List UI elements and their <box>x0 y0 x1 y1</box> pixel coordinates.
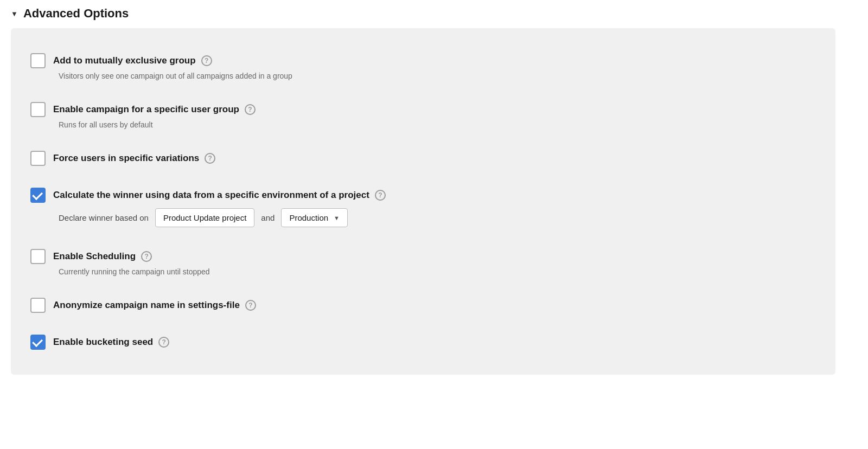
chevron-icon: ▼ <box>11 10 18 18</box>
section-title: Advanced Options <box>23 7 129 21</box>
option-row-mutually-exclusive: Add to mutually exclusive group?Visitors… <box>30 43 816 90</box>
option-label-text-mutually-exclusive: Add to mutually exclusive group <box>53 55 196 66</box>
inline-connector: and <box>261 213 275 222</box>
option-label-calculate-winner: Calculate the winner using data from a s… <box>53 190 386 201</box>
option-subtitle-mutually-exclusive: Visitors only see one campaign out of al… <box>59 72 816 80</box>
option-row-enable-scheduling: Enable Scheduling?Currently running the … <box>30 239 816 286</box>
option-row-anonymize-campaign: Anonymize campaign name in settings-file… <box>30 288 816 323</box>
checkbox-calculate-winner[interactable] <box>30 188 46 203</box>
help-icon-enable-bucketing[interactable]: ? <box>158 337 169 348</box>
option-label-force-variations: Force users in specific variations? <box>53 153 215 164</box>
help-icon-enable-scheduling[interactable]: ? <box>141 251 152 262</box>
checkbox-force-variations[interactable] <box>30 151 46 166</box>
option-label-mutually-exclusive: Add to mutually exclusive group? <box>53 55 212 66</box>
option-label-anonymize-campaign: Anonymize campaign name in settings-file… <box>53 300 256 311</box>
checkbox-enable-scheduling[interactable] <box>30 249 46 264</box>
option-label-text-force-variations: Force users in specific variations <box>53 153 199 164</box>
option-row-calculate-winner: Calculate the winner using data from a s… <box>30 178 816 237</box>
options-panel: Add to mutually exclusive group?Visitors… <box>11 28 835 375</box>
option-label-text-calculate-winner: Calculate the winner using data from a s… <box>53 190 369 201</box>
environment-dropdown[interactable]: Production▼ <box>281 208 348 227</box>
option-label-enable-scheduling: Enable Scheduling? <box>53 251 152 262</box>
checkbox-anonymize-campaign[interactable] <box>30 298 46 313</box>
advanced-options-header[interactable]: ▼ Advanced Options <box>11 7 835 21</box>
option-main-specific-user-group: Enable campaign for a specific user grou… <box>30 102 816 117</box>
option-label-text-enable-bucketing: Enable bucketing seed <box>53 337 153 348</box>
checkbox-specific-user-group[interactable] <box>30 102 46 117</box>
option-row-specific-user-group: Enable campaign for a specific user grou… <box>30 92 816 139</box>
project-badge: Product Update project <box>155 208 254 227</box>
option-subtitle-enable-scheduling: Currently running the campaign until sto… <box>59 267 816 276</box>
option-label-enable-bucketing: Enable bucketing seed? <box>53 337 169 348</box>
option-main-calculate-winner: Calculate the winner using data from a s… <box>30 188 816 203</box>
checkbox-enable-bucketing[interactable] <box>30 335 46 350</box>
option-label-text-anonymize-campaign: Anonymize campaign name in settings-file <box>53 300 240 311</box>
help-icon-anonymize-campaign[interactable]: ? <box>245 300 256 311</box>
help-icon-force-variations[interactable]: ? <box>205 153 215 164</box>
help-icon-mutually-exclusive[interactable]: ? <box>201 55 212 66</box>
option-main-force-variations: Force users in specific variations? <box>30 151 816 166</box>
option-main-enable-scheduling: Enable Scheduling? <box>30 249 816 264</box>
dropdown-arrow-icon: ▼ <box>334 215 340 221</box>
option-label-text-enable-scheduling: Enable Scheduling <box>53 251 136 262</box>
inline-row-calculate-winner: Declare winner based onProduct Update pr… <box>59 208 816 227</box>
help-icon-calculate-winner[interactable]: ? <box>375 190 386 201</box>
option-row-force-variations: Force users in specific variations? <box>30 141 816 176</box>
inline-prefix: Declare winner based on <box>59 213 149 222</box>
option-subtitle-specific-user-group: Runs for all users by default <box>59 120 816 129</box>
option-main-anonymize-campaign: Anonymize campaign name in settings-file… <box>30 298 816 313</box>
option-label-text-specific-user-group: Enable campaign for a specific user grou… <box>53 104 239 115</box>
help-icon-specific-user-group[interactable]: ? <box>245 104 256 115</box>
environment-dropdown-value: Production <box>289 213 328 222</box>
page-wrapper: ▼ Advanced Options Add to mutually exclu… <box>0 0 846 381</box>
option-label-specific-user-group: Enable campaign for a specific user grou… <box>53 104 256 115</box>
option-main-enable-bucketing: Enable bucketing seed? <box>30 335 816 350</box>
option-row-enable-bucketing: Enable bucketing seed? <box>30 325 816 360</box>
option-main-mutually-exclusive: Add to mutually exclusive group? <box>30 53 816 68</box>
checkbox-mutually-exclusive[interactable] <box>30 53 46 68</box>
